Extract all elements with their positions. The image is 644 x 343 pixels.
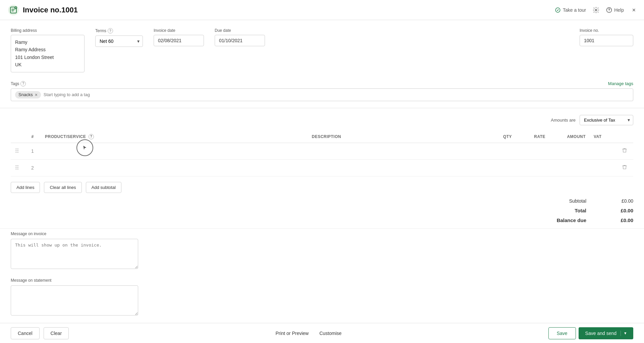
line-actions: Add lines Clear all lines Add subtotal (11, 182, 633, 193)
drag-handle-icon[interactable]: ⠿ (15, 148, 19, 154)
th-num: # (24, 131, 41, 143)
clear-all-lines-button[interactable]: Clear all lines (44, 182, 82, 193)
close-button[interactable]: ✕ (632, 7, 636, 13)
top-bar-left: Invoice no.1001 (8, 5, 78, 15)
tags-header: Tags ? Manage tags (11, 78, 633, 86)
due-date-label: Due date (215, 28, 265, 33)
th-drag (11, 131, 24, 143)
take-a-tour-link[interactable]: Take a tour (555, 7, 586, 13)
balance-label: Balance due (553, 217, 586, 223)
cancel-button[interactable]: Cancel (11, 327, 40, 339)
table-row: ⠿ 2 (11, 159, 633, 176)
amount-cell-2[interactable] (549, 159, 590, 176)
th-description: DESCRIPTION (308, 131, 482, 143)
product-cell-2[interactable] (41, 159, 308, 176)
rate-cell-2[interactable] (516, 159, 549, 176)
delete-cell-1 (616, 143, 633, 159)
message-statement-section: Message on statement (0, 275, 644, 323)
drag-handle-cell: ⠿ (11, 143, 24, 159)
row-num-2: 2 (24, 159, 41, 176)
tag-remove-icon[interactable]: × (35, 92, 38, 97)
th-delete (616, 131, 633, 143)
save-and-send-button[interactable]: Save and send ▾ (579, 327, 633, 339)
due-date-input[interactable] (215, 35, 265, 46)
svg-point-3 (595, 9, 597, 11)
billing-address-box[interactable]: Ramy Ramy Address 101 London Street UK (11, 35, 85, 72)
save-send-dropdown-icon[interactable]: ▾ (621, 331, 627, 336)
print-preview-button[interactable]: Print or Preview (274, 328, 310, 339)
tag-text: Snacks (18, 92, 33, 97)
customise-button[interactable]: Customise (318, 328, 343, 339)
th-qty: QTY (482, 131, 516, 143)
terms-help-icon[interactable]: ? (108, 28, 113, 33)
subtotal-label: Subtotal (553, 198, 586, 204)
table-body: ⠿ 1 (11, 143, 633, 176)
message-invoice-label: Message on invoice (11, 231, 633, 236)
delete-row-1-button[interactable] (621, 146, 629, 156)
row-num-1: 1 (24, 143, 41, 159)
terms-select-wrapper: Net 60 Net 30 Net 90 Due on receipt ▾ (95, 36, 143, 47)
manage-tags-link[interactable]: Manage tags (608, 81, 633, 86)
invoice-no-group: Invoice no. (580, 28, 633, 46)
total-value: £0.00 (606, 208, 633, 213)
invoice-no-label: Invoice no. (580, 28, 633, 33)
footer-bar: Cancel Clear Print or Preview Customise … (0, 323, 644, 343)
qty-cell-1[interactable] (482, 143, 516, 159)
top-bar-right: Take a tour Help ✕ (555, 7, 636, 13)
footer-right: Save Save and send ▾ (548, 327, 633, 339)
table-header: # PRODUCT/SERVICE ? DESCRIPTION QTY RATE… (11, 131, 633, 143)
message-statement-textarea[interactable] (11, 285, 138, 316)
description-cell-2[interactable] (308, 159, 482, 176)
tag-search-input[interactable] (44, 92, 629, 97)
description-cell-1[interactable] (308, 143, 482, 159)
amount-cell-1[interactable] (549, 143, 590, 159)
add-subtotal-button[interactable]: Add subtotal (86, 182, 121, 193)
terms-group: Terms ? Net 60 Net 30 Net 90 Due on rece… (95, 28, 143, 47)
footer-center: Print or Preview Customise (274, 328, 343, 339)
message-invoice-textarea[interactable] (11, 239, 138, 269)
clear-button[interactable]: Clear (44, 327, 69, 339)
product-help-icon[interactable]: ? (89, 134, 94, 139)
balance-due-row: Balance due £0.00 (553, 217, 633, 223)
gear-icon[interactable] (593, 7, 599, 13)
qty-cell-2[interactable] (482, 159, 516, 176)
amounts-select[interactable]: Exclusive of Tax Inclusive of Tax Tax ex… (580, 115, 633, 125)
total-label: Total (553, 208, 586, 213)
delete-cell-2 (616, 159, 633, 176)
vat-cell-2[interactable] (590, 159, 616, 176)
invoice-date-input[interactable] (154, 35, 204, 46)
product-cell-1[interactable] (41, 143, 308, 159)
page-title: Invoice no.1001 (23, 6, 78, 14)
save-button[interactable]: Save (548, 327, 576, 339)
delete-row-2-button[interactable] (621, 163, 629, 173)
th-rate: RATE (516, 131, 549, 143)
tags-row: Tags ? Manage tags Snacks × (11, 78, 633, 101)
billing-address-label: Billing address (11, 28, 85, 33)
billing-line2: Ramy Address (15, 46, 80, 53)
drag-handle-icon-2[interactable]: ⠿ (15, 164, 19, 171)
save-send-label: Save and send (585, 331, 621, 336)
billing-line4: UK (15, 61, 80, 68)
vat-cell-1[interactable] (590, 143, 616, 159)
scroll-area: Billing address Ramy Ramy Address 101 Lo… (0, 20, 644, 323)
tag-chip-snacks: Snacks × (15, 91, 41, 98)
invoice-no-input[interactable] (580, 35, 633, 46)
rate-cell-1[interactable] (516, 143, 549, 159)
th-vat: VAT (590, 131, 616, 143)
tags-help-icon[interactable]: ? (20, 81, 26, 86)
svg-point-5 (609, 11, 609, 12)
line-items-section: Amounts are Exclusive of Tax Inclusive o… (0, 108, 644, 228)
balance-value: £0.00 (606, 217, 633, 223)
tags-input-area[interactable]: Snacks × (11, 88, 633, 101)
help-link[interactable]: Help (606, 7, 624, 13)
message-invoice-section: Message on invoice (0, 228, 644, 275)
billing-line1: Ramy (15, 39, 80, 46)
amounts-row: Amounts are Exclusive of Tax Inclusive o… (11, 115, 633, 125)
subtotal-value: £0.00 (606, 198, 633, 204)
table-container: # PRODUCT/SERVICE ? DESCRIPTION QTY RATE… (11, 131, 633, 177)
subtotal-row: Subtotal £0.00 (553, 198, 633, 204)
terms-select[interactable]: Net 60 Net 30 Net 90 Due on receipt (95, 36, 143, 47)
drag-handle-cell-2: ⠿ (11, 159, 24, 176)
add-lines-button[interactable]: Add lines (11, 182, 40, 193)
due-date-group: Due date (215, 28, 265, 46)
